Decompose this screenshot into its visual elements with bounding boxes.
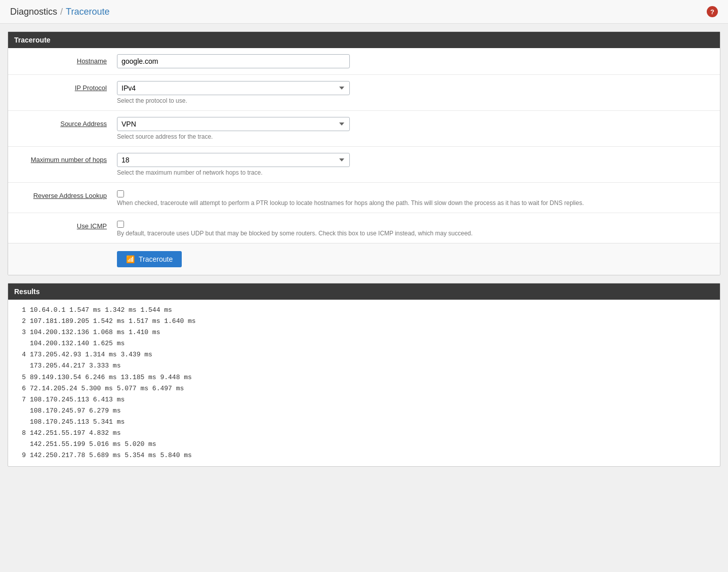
- result-line: 672.14.205.24 5.300 ms 5.077 ms 6.497 ms: [16, 383, 712, 394]
- source-address-row: Source Address VPN Select source address…: [8, 111, 720, 147]
- result-line: 108.170.245.113 5.341 ms: [16, 417, 712, 428]
- hop-num: 6: [16, 383, 26, 394]
- ip-protocol-select[interactable]: IPv4 IPv6: [117, 81, 350, 95]
- hop-data: 104.200.132.136 1.068 ms 1.410 ms: [30, 327, 160, 338]
- use-icmp-label: Use ICMP: [77, 222, 107, 230]
- results-card-header: Results: [8, 283, 720, 300]
- hop-num: 8: [16, 428, 26, 439]
- hop-data: 108.170.245.113 6.413 ms: [30, 394, 125, 405]
- result-line: 7108.170.245.113 6.413 ms: [16, 394, 712, 405]
- ip-protocol-help: Select the protocol to use.: [117, 97, 712, 104]
- hop-data: 108.170.245.113 5.341 ms: [30, 417, 125, 428]
- results-body: 110.64.0.1 1.547 ms 1.342 ms 1.544 ms210…: [8, 300, 720, 466]
- hop-data: 104.200.132.140 1.625 ms: [30, 338, 125, 349]
- page-wrapper: Diagnostics / Traceroute ? Traceroute Ho…: [0, 0, 728, 572]
- hop-data: 10.64.0.1 1.547 ms 1.342 ms 1.544 ms: [30, 305, 172, 316]
- hostname-label-col: Hostname: [16, 54, 117, 65]
- hostname-row: Hostname: [8, 48, 720, 75]
- ip-protocol-row: IP Protocol IPv4 IPv6 Select the protoco…: [8, 75, 720, 111]
- result-line: 2107.181.189.205 1.542 ms 1.517 ms 1.640…: [16, 316, 712, 327]
- result-line: 104.200.132.140 1.625 ms: [16, 338, 712, 349]
- hop-num: 2: [16, 316, 26, 327]
- reverse-lookup-label: Reverse Address Lookup: [33, 192, 107, 199]
- traceroute-button[interactable]: 📶 Traceroute: [117, 251, 182, 267]
- ip-protocol-label: IP Protocol: [75, 84, 107, 92]
- traceroute-button-label: Traceroute: [139, 255, 173, 263]
- result-line: 142.251.55.199 5.016 ms 5.020 ms: [16, 439, 712, 450]
- hop-num: 3: [16, 327, 26, 338]
- hop-data: 89.149.130.54 6.246 ms 13.185 ms 9.448 m…: [30, 372, 192, 383]
- hop-data: 72.14.205.24 5.300 ms 5.077 ms 6.497 ms: [30, 383, 184, 394]
- results-title: Results: [14, 288, 40, 296]
- hop-num: 7: [16, 394, 26, 405]
- result-line: 3104.200.132.136 1.068 ms 1.410 ms: [16, 327, 712, 338]
- hop-data: 173.205.44.217 3.333 ms: [30, 360, 120, 372]
- source-address-label-col: Source Address: [16, 117, 117, 128]
- reverse-lookup-help: When checked, traceroute will attempt to…: [117, 199, 712, 207]
- wifi-icon: 📶: [126, 255, 135, 263]
- hop-num: 9: [16, 450, 26, 461]
- hostname-control-col: [117, 54, 712, 68]
- source-address-label: Source Address: [60, 120, 107, 128]
- source-address-help: Select source address for the trace.: [117, 133, 712, 140]
- breadcrumb-parent: Diagnostics: [10, 7, 57, 17]
- results-card: Results 110.64.0.1 1.547 ms 1.342 ms 1.5…: [8, 283, 720, 467]
- breadcrumb-separator: /: [60, 7, 63, 17]
- result-line: 9142.250.217.78 5.689 ms 5.354 ms 5.840 …: [16, 450, 712, 461]
- result-line: 173.205.44.217 3.333 ms: [16, 360, 712, 372]
- hop-data: 173.205.42.93 1.314 ms 3.439 ms: [30, 349, 152, 360]
- use-icmp-help: By default, traceroute uses UDP but that…: [117, 230, 712, 237]
- result-line: 110.64.0.1 1.547 ms 1.342 ms 1.544 ms: [16, 305, 712, 316]
- traceroute-title: Traceroute: [14, 36, 51, 44]
- help-icon[interactable]: ?: [707, 6, 718, 17]
- hop-num: 1: [16, 305, 26, 316]
- reverse-lookup-checkbox[interactable]: [117, 190, 124, 197]
- use-icmp-row: Use ICMP By default, traceroute uses UDP…: [8, 213, 720, 243]
- traceroute-card: Traceroute Hostname IP Protocol: [8, 31, 720, 275]
- result-line: 4173.205.42.93 1.314 ms 3.439 ms: [16, 349, 712, 360]
- use-icmp-control-col: By default, traceroute uses UDP but that…: [117, 219, 712, 237]
- source-address-select[interactable]: VPN: [117, 117, 350, 131]
- ip-protocol-control-col: IPv4 IPv6 Select the protocol to use.: [117, 81, 712, 104]
- page-header: Diagnostics / Traceroute ?: [0, 0, 728, 24]
- button-row: 📶 Traceroute: [8, 243, 720, 275]
- hostname-label: Hostname: [77, 57, 107, 65]
- max-hops-help: Select the maximum number of network hop…: [117, 169, 712, 176]
- reverse-lookup-row: Reverse Address Lookup When checked, tra…: [8, 183, 720, 213]
- reverse-lookup-control-col: When checked, traceroute will attempt to…: [117, 189, 712, 207]
- use-icmp-checkbox-row: [117, 219, 712, 228]
- hop-num: 5: [16, 372, 26, 383]
- result-line: 8142.251.55.197 4.832 ms: [16, 428, 712, 439]
- traceroute-card-header: Traceroute: [8, 32, 720, 48]
- use-icmp-checkbox[interactable]: [117, 221, 124, 228]
- reverse-lookup-label-col: Reverse Address Lookup: [16, 189, 117, 199]
- breadcrumb: Diagnostics / Traceroute: [10, 7, 109, 17]
- max-hops-row: Maximum number of hops 18 Select the max…: [8, 147, 720, 183]
- max-hops-control-col: 18 Select the maximum number of network …: [117, 153, 712, 176]
- max-hops-select[interactable]: 18: [117, 153, 350, 167]
- result-line: 108.170.245.97 6.279 ms: [16, 405, 712, 417]
- hop-data: 142.250.217.78 5.689 ms 5.354 ms 5.840 m…: [30, 450, 192, 461]
- source-address-control-col: VPN Select source address for the trace.: [117, 117, 712, 140]
- reverse-lookup-checkbox-row: [117, 189, 712, 197]
- hostname-input[interactable]: [117, 54, 350, 68]
- use-icmp-label-col: Use ICMP: [16, 219, 117, 230]
- ip-protocol-label-col: IP Protocol: [16, 81, 117, 92]
- hop-num: 4: [16, 349, 26, 360]
- breadcrumb-current: Traceroute: [66, 7, 109, 17]
- hop-data: 142.251.55.197 4.832 ms: [30, 428, 120, 439]
- main-content: Traceroute Hostname IP Protocol: [0, 24, 728, 474]
- result-line: 589.149.130.54 6.246 ms 13.185 ms 9.448 …: [16, 372, 712, 383]
- traceroute-card-body: Hostname IP Protocol IPv4 IPv6: [8, 48, 720, 243]
- hop-data: 142.251.55.199 5.016 ms 5.020 ms: [30, 439, 156, 450]
- max-hops-label: Maximum number of hops: [31, 156, 107, 164]
- max-hops-label-col: Maximum number of hops: [16, 153, 117, 164]
- hop-data: 107.181.189.205 1.542 ms 1.517 ms 1.640 …: [30, 316, 196, 327]
- hop-data: 108.170.245.97 6.279 ms: [30, 405, 120, 417]
